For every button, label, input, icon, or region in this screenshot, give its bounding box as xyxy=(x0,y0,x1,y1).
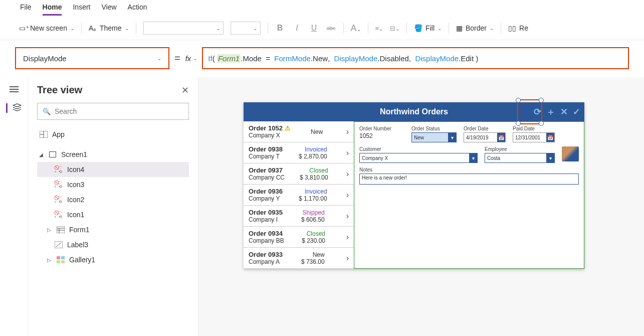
chevron-right-icon: › xyxy=(346,148,349,157)
svg-text:⟲: ⟲ xyxy=(59,170,62,174)
tree-label3[interactable]: Label3 xyxy=(37,237,189,252)
border-button[interactable]: ▦ Border⌄ xyxy=(456,24,494,32)
search-icon: 🔍 xyxy=(43,108,51,115)
order-date-input[interactable]: 4/19/2019📅 xyxy=(464,132,506,142)
order-status-select[interactable]: New▾ xyxy=(411,132,457,142)
theme-icon: Aₐ xyxy=(89,24,97,32)
screen-icon: ▭⁺ xyxy=(19,24,27,32)
svg-text:⟲: ⟲ xyxy=(59,215,62,219)
font-color-button[interactable]: A⌄ xyxy=(351,23,361,34)
svg-text:+: + xyxy=(54,185,57,189)
svg-line-24 xyxy=(56,243,61,247)
svg-text:⟲: ⟲ xyxy=(59,200,62,204)
calendar-icon: 📅 xyxy=(497,133,505,142)
order-row[interactable]: Order 0933Company A New$ 736.00 › xyxy=(244,248,354,269)
customer-select[interactable]: Company X▾ xyxy=(359,153,478,163)
order-form: Order Number1052 Order Status New▾ Order… xyxy=(354,121,584,269)
tree-view-panel: Tree view ✕ 🔍 App ◢ Screen1 🚫♡+⟲ Icon4 🚫… xyxy=(28,77,198,336)
refresh-icon[interactable]: ⟳ xyxy=(534,106,541,117)
close-icon[interactable]: ✕ xyxy=(181,85,189,96)
order-row[interactable]: Order 0938Company T Invoiced$ 2,870.00 › xyxy=(244,142,354,163)
reorder-icon: ▯▯ xyxy=(508,24,516,32)
hamburger-icon[interactable] xyxy=(10,86,19,92)
app-title-bar: Northwind Orders ⟳ ＋ ✕ ✓ xyxy=(244,102,584,121)
ribbon: ▭⁺ New screen⌄ Aₐ Theme⌄ ⌄ ⌄ B I U abc A… xyxy=(0,20,644,40)
tree-app[interactable]: App xyxy=(37,127,189,142)
fx-button[interactable]: fx⌄ xyxy=(185,54,197,63)
size-dropdown[interactable]: ⌄ xyxy=(231,22,261,35)
tree-icon3[interactable]: 🚫♡+⟲ Icon3 xyxy=(37,177,189,192)
chevron-right-icon: › xyxy=(346,191,349,200)
theme-button[interactable]: Aₐ Theme⌄ xyxy=(89,24,129,32)
left-rail xyxy=(0,77,28,336)
tab-view[interactable]: View xyxy=(101,3,116,16)
screen-icon xyxy=(48,150,57,158)
svg-text:⟲: ⟲ xyxy=(59,185,62,189)
tab-action[interactable]: Action xyxy=(128,3,147,16)
tree-gallery1[interactable]: ▷ Gallery1 xyxy=(37,252,189,267)
sync-icon: 🚫♡+⟲ xyxy=(54,196,63,204)
paid-date-input[interactable]: 12/31/2001📅 xyxy=(513,132,555,142)
cancel-icon[interactable]: ✕ xyxy=(560,106,568,117)
order-row[interactable]: Order 0936Company Y Invoiced$ 1,170.00 › xyxy=(244,185,354,206)
chevron-right-icon: › xyxy=(346,212,349,221)
italic-button[interactable]: I xyxy=(292,24,302,33)
equals-sign: = xyxy=(174,53,180,64)
sync-icon: 🚫♡+⟲ xyxy=(54,181,63,189)
add-icon[interactable]: ＋ xyxy=(546,106,555,118)
chevron-right-icon: › xyxy=(346,127,349,136)
caret-icon[interactable]: ▷ xyxy=(47,257,52,263)
caret-icon[interactable]: ▷ xyxy=(47,227,52,233)
design-canvas[interactable]: Northwind Orders ⟳ ＋ ✕ ✓ Order 1052 ⚠Com… xyxy=(198,77,644,336)
order-row[interactable]: Order 0934Company BB Closed$ 230.00 › xyxy=(244,227,354,248)
reorder-button[interactable]: ▯▯Re xyxy=(508,24,528,32)
bold-button[interactable]: B xyxy=(275,24,285,33)
sync-icon: 🚫♡+⟲ xyxy=(54,211,63,219)
tree-screen1[interactable]: ◢ Screen1 xyxy=(37,147,189,162)
new-screen-button[interactable]: ▭⁺ New screen⌄ xyxy=(19,24,74,32)
tree-icon1[interactable]: 🚫♡+⟲ Icon1 xyxy=(37,207,189,222)
order-row[interactable]: Order 0935Company I Shipped$ 606.50 › xyxy=(244,206,354,227)
tree-search[interactable]: 🔍 xyxy=(37,103,189,120)
accept-icon[interactable]: ✓ xyxy=(573,106,580,117)
svg-text:+: + xyxy=(54,215,57,219)
order-gallery[interactable]: Order 1052 ⚠Company X New ›Order 0938Com… xyxy=(244,121,354,269)
property-name: DisplayMode xyxy=(23,54,67,63)
valign-button[interactable]: ⊟⌄ xyxy=(390,25,399,32)
tree-view-icon[interactable] xyxy=(6,103,22,113)
font-dropdown[interactable]: ⌄ xyxy=(143,22,224,35)
svg-rect-25 xyxy=(57,256,60,259)
gallery-icon xyxy=(56,256,65,264)
underline-button[interactable]: U xyxy=(309,24,319,33)
employee-avatar xyxy=(562,146,579,161)
tree-icon2[interactable]: 🚫♡+⟲ Icon2 xyxy=(37,192,189,207)
tree-form1[interactable]: ▷ Form1 xyxy=(37,222,189,237)
svg-rect-27 xyxy=(57,260,60,263)
employee-select[interactable]: Costa▾ xyxy=(485,153,555,163)
align-button[interactable]: ≡⌄ xyxy=(375,25,383,32)
formula-bar[interactable]: If( Form1.Mode = FormMode.New, DisplayMo… xyxy=(202,47,629,69)
strike-button[interactable]: abc xyxy=(326,25,336,31)
tree-title: Tree view xyxy=(37,84,82,96)
property-selector[interactable]: DisplayMode ⌄ xyxy=(15,47,169,69)
formula-row: DisplayMode ⌄ = fx⌄ If( Form1.Mode = For… xyxy=(0,40,644,77)
chevron-down-icon: ⌄ xyxy=(157,56,161,61)
fill-button[interactable]: 🪣 Fill⌄ xyxy=(414,24,442,32)
tree-icon4[interactable]: 🚫♡+⟲ Icon4 xyxy=(37,162,189,177)
chevron-right-icon: › xyxy=(346,170,349,179)
menu-bar: File Home Insert View Action xyxy=(0,0,644,20)
chevron-right-icon: › xyxy=(346,233,349,242)
tab-home[interactable]: Home xyxy=(43,3,62,16)
form-icon xyxy=(56,226,65,234)
order-row[interactable]: Order 1052 ⚠Company X New › xyxy=(244,121,354,142)
caret-icon[interactable]: ◢ xyxy=(39,152,44,157)
search-input[interactable] xyxy=(55,107,183,115)
paint-icon: 🪣 xyxy=(414,24,422,32)
tab-file[interactable]: File xyxy=(20,3,32,16)
order-row[interactable]: Order 0937Company CC Closed$ 3,810.00 › xyxy=(244,163,354,185)
notes-input[interactable]: Here is a new order! xyxy=(359,174,579,185)
label-icon xyxy=(54,241,63,249)
svg-rect-19 xyxy=(57,226,65,233)
svg-text:+: + xyxy=(54,200,57,204)
tab-insert[interactable]: Insert xyxy=(73,3,90,16)
